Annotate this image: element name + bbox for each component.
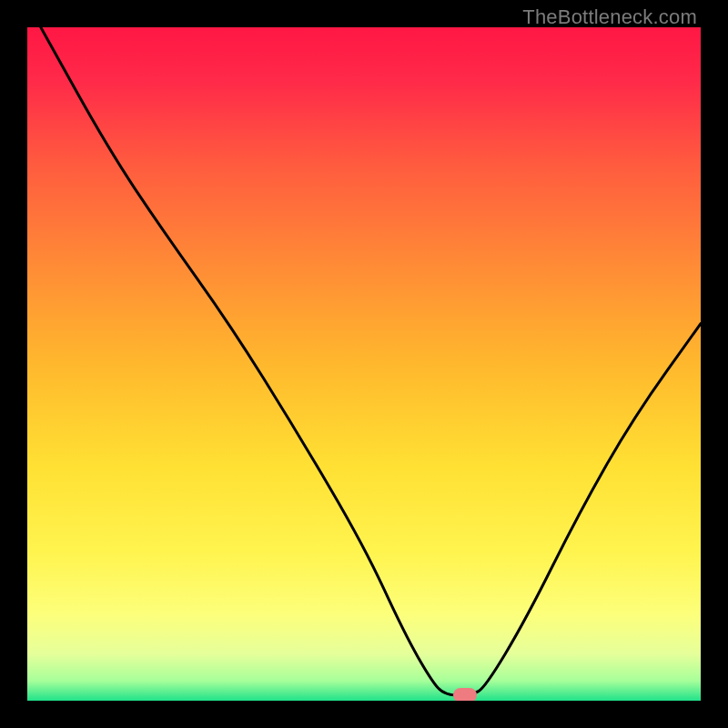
watermark-text: TheBottleneck.com: [522, 5, 697, 29]
optimal-marker: [453, 688, 478, 701]
plot-area: [27, 27, 701, 701]
chart-frame: TheBottleneck.com: [0, 0, 728, 728]
bottleneck-curve: [27, 27, 701, 701]
